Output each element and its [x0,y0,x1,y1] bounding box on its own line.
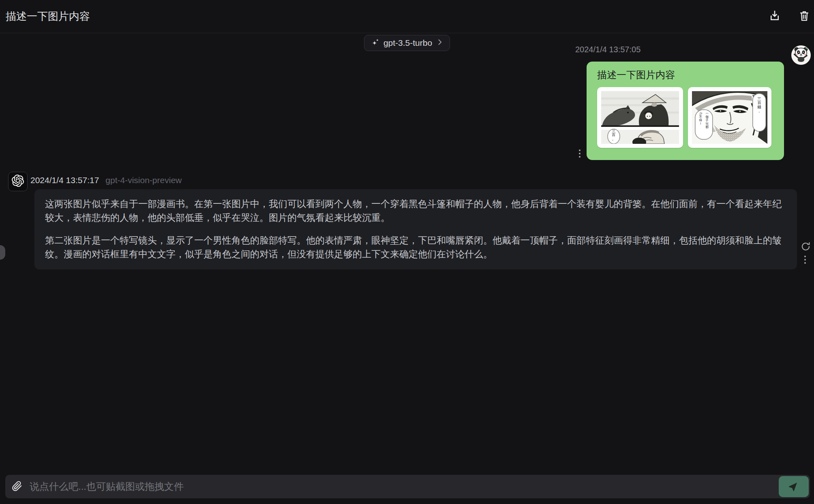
model-selector-label: gpt-3.5-turbo [383,38,432,48]
dot [579,149,581,151]
user-message-timestamp: 2024/1/4 13:57:05 [575,45,640,54]
chat-window: 描述一下图片内容 [0,0,814,504]
dot [804,259,806,261]
speech-bubble-text: 三百錢， [757,97,761,113]
model-selector[interactable]: gpt-3.5-turbo [364,35,450,51]
download-icon [769,10,781,23]
composer-bar [5,475,810,498]
regenerate-button[interactable] [801,241,811,253]
assistant-message-bubble: 这两张图片似乎来自于一部漫画书。在第一张图片中，我们可以看到两个人物，一个穿着黑… [34,189,797,269]
message-input[interactable] [29,481,779,493]
dot [579,156,581,158]
user-message-text: 描述一下图片内容 [597,68,774,81]
send-button[interactable] [779,476,809,497]
attachment-image-manga-rider[interactable]: 三百。 [597,87,683,148]
speech-bubble-text: 少不得！ [699,112,703,126]
refresh-icon [801,241,811,253]
topbar-actions [769,10,814,23]
user-avatar [791,45,811,65]
speech-bubble-text: 三百。 [612,129,616,141]
user-attachments: 三百。 [597,87,774,148]
assistant-paragraph: 第二张图片是一个特写镜头，显示了一个男性角色的脸部特写。他的表情严肃，眼神坚定，… [45,233,786,261]
assistant-message-header: 2024/1/4 13:57:17 gpt-4-vision-preview [30,175,182,185]
assistant-avatar [8,172,28,191]
paperclip-icon [12,481,22,493]
panda-icon [792,45,810,65]
page-title: 描述一下图片内容 [6,9,90,23]
assistant-message-timestamp: 2024/1/4 13:57:17 [30,175,99,185]
download-button[interactable] [769,10,781,23]
user-message-actions-menu[interactable] [579,149,581,158]
user-message-bubble: 描述一下图片内容 [587,62,784,160]
assistant-message-actions-menu[interactable] [804,256,806,264]
assistant-message-model: gpt-4-vision-preview [105,175,182,185]
dot [579,153,581,154]
speech-bubble-text: 一個子兒都 [705,112,709,129]
dot [804,262,806,264]
chevron-right-icon [436,38,444,48]
openai-logo-icon [12,175,24,188]
delete-chat-button[interactable] [799,10,810,23]
sidebar-drag-handle[interactable] [0,245,5,260]
top-bar: 描述一下图片内容 [0,0,814,33]
assistant-paragraph: 这两张图片似乎来自于一部漫画书。在第一张图片中，我们可以看到两个人物，一个穿着黑… [45,197,786,224]
attachment-image-manga-face[interactable]: 三百錢， 一個子兒都 少不得！ [688,87,771,148]
trash-icon [799,10,810,23]
dot [804,256,806,257]
send-icon [788,481,799,493]
attach-file-button[interactable] [12,481,22,493]
sparkles-icon [371,38,380,48]
